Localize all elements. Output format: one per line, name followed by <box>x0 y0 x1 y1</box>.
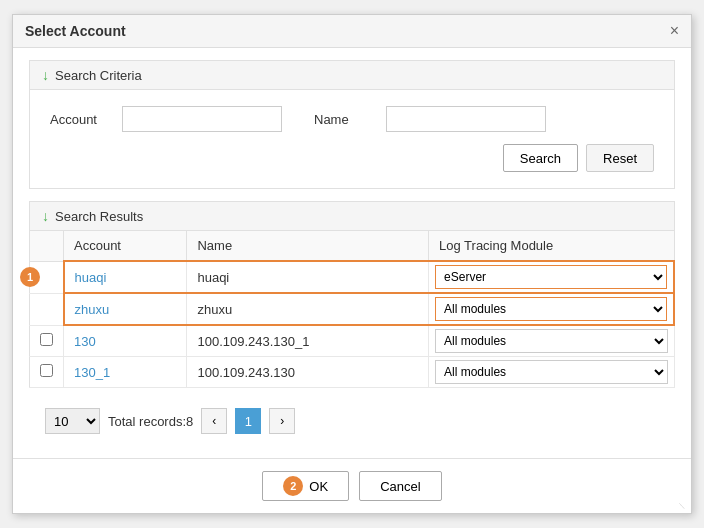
dialog-title: Select Account <box>25 23 126 39</box>
name-cell-2: zhuxu <box>187 293 429 325</box>
prev-page-button[interactable]: ‹ <box>201 408 227 434</box>
dialog-footer: 2 OK Cancel <box>13 458 691 513</box>
module-cell-2[interactable]: All modules eServer <box>429 293 674 325</box>
total-records: Total records:8 <box>108 414 193 429</box>
selection-badge-1: 1 <box>20 267 40 287</box>
badge-cell-1: 1 <box>30 261 64 293</box>
search-button[interactable]: Search <box>503 144 578 172</box>
name-cell-4: 100.109.243.130 <box>187 357 429 388</box>
cancel-button[interactable]: Cancel <box>359 471 441 501</box>
account-cell-3[interactable]: 130 <box>64 325 187 357</box>
module-select-4[interactable]: All modules eServer <box>435 360 667 384</box>
search-actions: Search Reset <box>50 144 654 172</box>
checkbox-cell-4[interactable] <box>30 357 64 388</box>
account-label: Account <box>50 112 110 127</box>
search-results-section: ↓ Search Results Account Name Log Tracin… <box>29 201 675 388</box>
ok-label: OK <box>309 479 328 494</box>
select-account-dialog: Select Account × ↓ Search Criteria Accou… <box>12 14 692 514</box>
account-cell-1[interactable]: huaqi <box>64 261 187 293</box>
pagination-bar: 10 20 50 Total records:8 ‹ 1 › <box>29 396 675 446</box>
search-results-header: ↓ Search Results <box>29 201 675 231</box>
search-criteria-arrow-icon: ↓ <box>42 67 49 83</box>
name-cell-3: 100.109.243.130_1 <box>187 325 429 357</box>
module-cell-1[interactable]: eServer All modules <box>429 261 674 293</box>
name-input[interactable] <box>386 106 546 132</box>
col-name: Name <box>187 231 429 261</box>
search-criteria-body: Account Name Search Reset <box>29 90 675 189</box>
row-checkbox-3[interactable] <box>40 333 53 346</box>
badge-cell-2 <box>30 293 64 325</box>
module-select-2[interactable]: All modules eServer <box>435 297 667 321</box>
resize-handle[interactable]: ⟍ <box>677 500 687 511</box>
module-cell-4[interactable]: All modules eServer <box>429 357 674 388</box>
results-table: Account Name Log Tracing Module 1 huaqi … <box>29 231 675 388</box>
search-results-label: Search Results <box>55 209 143 224</box>
table-row: 1 huaqi huaqi eServer All modules <box>30 261 675 293</box>
chevron-right-icon: › <box>280 414 284 428</box>
search-criteria-label: Search Criteria <box>55 68 142 83</box>
table-row: 130 100.109.243.130_1 All modules eServe… <box>30 325 675 357</box>
next-page-button[interactable]: › <box>269 408 295 434</box>
page-size-select[interactable]: 10 20 50 <box>45 408 100 434</box>
chevron-left-icon: ‹ <box>212 414 216 428</box>
search-form-row: Account Name <box>50 106 654 132</box>
page-1-button[interactable]: 1 <box>235 408 261 434</box>
account-cell-2[interactable]: zhuxu <box>64 293 187 325</box>
ok-button[interactable]: 2 OK <box>262 471 349 501</box>
module-select-1[interactable]: eServer All modules <box>435 265 667 289</box>
module-cell-3[interactable]: All modules eServer <box>429 325 674 357</box>
dialog-content: ↓ Search Criteria Account Name Search Re… <box>13 48 691 458</box>
checkbox-cell-3[interactable] <box>30 325 64 357</box>
table-header-row: Account Name Log Tracing Module <box>30 231 675 261</box>
account-cell-4[interactable]: 130_1 <box>64 357 187 388</box>
reset-button[interactable]: Reset <box>586 144 654 172</box>
row-checkbox-4[interactable] <box>40 364 53 377</box>
account-input[interactable] <box>122 106 282 132</box>
col-checkbox <box>30 231 64 261</box>
name-label: Name <box>314 112 374 127</box>
module-select-3[interactable]: All modules eServer <box>435 329 667 353</box>
table-row: zhuxu zhuxu All modules eServer <box>30 293 675 325</box>
title-bar: Select Account × <box>13 15 691 48</box>
col-log-tracing: Log Tracing Module <box>429 231 674 261</box>
name-cell-1: huaqi <box>187 261 429 293</box>
search-criteria-header: ↓ Search Criteria <box>29 60 675 90</box>
table-row: 130_1 100.109.243.130 All modules eServe… <box>30 357 675 388</box>
search-results-arrow-icon: ↓ <box>42 208 49 224</box>
ok-badge: 2 <box>283 476 303 496</box>
close-button[interactable]: × <box>670 23 679 39</box>
col-account: Account <box>64 231 187 261</box>
